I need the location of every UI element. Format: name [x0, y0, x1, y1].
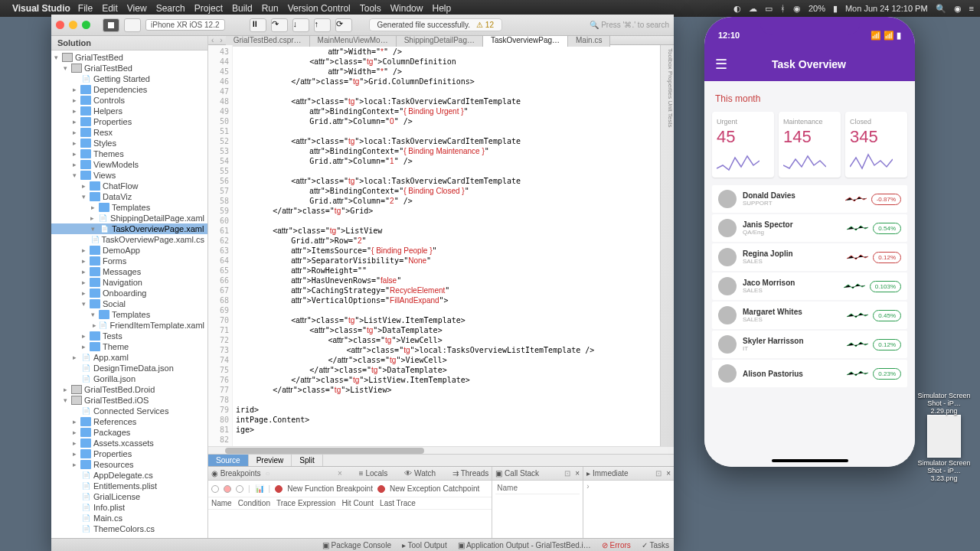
bp-toggle-icon[interactable] [211, 485, 219, 493]
breakpoints-pad-title[interactable]: ◉ Breakpoints [211, 469, 261, 478]
menu-window[interactable]: Window [390, 3, 423, 14]
tree-item[interactable]: ▸Theme [51, 341, 207, 352]
pin-icon[interactable]: ⊡ [655, 469, 662, 478]
watch-pad-title[interactable]: 👁 Watch [404, 469, 436, 478]
tree-item[interactable]: ▸Templates [51, 202, 207, 213]
person-row[interactable]: Regina JoplinSALES 0.12% [712, 243, 907, 271]
tree-item[interactable]: ▸Tests [51, 331, 207, 341]
close-icon[interactable]: × [666, 469, 671, 478]
tree-item[interactable]: ▾Social [51, 298, 207, 309]
run-target-select[interactable]: iPhone XR iOS 12.2 [145, 19, 225, 31]
close-window-button[interactable] [56, 21, 64, 29]
tree-item[interactable]: 📄Getting Started [51, 73, 207, 84]
minimize-window-button[interactable] [69, 21, 77, 29]
tree-item[interactable]: ▸DemoApp [51, 245, 207, 256]
do-not-disturb-icon[interactable]: ◐ [733, 4, 741, 14]
tree-item[interactable]: ▸Forms [51, 256, 207, 266]
pause-button[interactable]: ⏸ [250, 18, 266, 32]
tree-item[interactable]: ▾GrialTestBed.iOS [51, 395, 207, 406]
new-func-breakpoint[interactable]: New Function Breakpoint [287, 484, 373, 493]
menu-build[interactable]: Build [232, 3, 253, 14]
stat-card[interactable]: Urgent45 [712, 112, 774, 178]
callstack-pad-title[interactable]: ▣ Call Stack [495, 469, 539, 478]
close-icon[interactable]: × [338, 469, 342, 478]
tree-item[interactable]: ▸ChatFlow [51, 181, 207, 191]
person-row[interactable]: Alison Pastorius 0.23% [712, 360, 907, 387]
tree-item[interactable]: ▸Helpers [51, 106, 207, 116]
new-exception-catchpoint[interactable]: New Exception Catchpoint [390, 484, 479, 493]
code-editor[interactable]: 43 44 45 46 47 48 49 50 51 52 53 54 55 5… [208, 45, 660, 446]
tree-item[interactable]: 📄Info.plist [51, 502, 207, 513]
bp-disable-icon[interactable] [236, 485, 243, 493]
tree-item[interactable]: ▸Packages [51, 427, 207, 438]
threads-pad-title[interactable]: ⇉ Threads [452, 469, 488, 478]
tree-item[interactable]: 📄TaskOverviewPage.xaml.cs [51, 234, 207, 245]
viewmode-preview[interactable]: Preview [249, 455, 292, 466]
tab-nav-back[interactable]: ‹ [208, 36, 217, 44]
tree-item[interactable]: ▸📄ShippingDetailPage.xaml [51, 213, 207, 223]
tree-item[interactable]: ▸ViewModels [51, 159, 207, 170]
step-out-button[interactable]: ↑ [314, 18, 331, 32]
person-row[interactable]: Janis SpectorQA/Eng 0.54% [712, 214, 907, 242]
tree-item[interactable]: ▾GrialTestBed [51, 63, 207, 73]
menu-project[interactable]: Project [194, 3, 223, 14]
person-row[interactable]: Skyler HarrissonIT 0.12% [712, 331, 907, 358]
person-row[interactable]: Margaret WhitesSALES 0.45% [712, 302, 907, 329]
tree-item[interactable]: ▸📄FriendItemTemplate.xaml [51, 320, 207, 331]
displays-icon[interactable]: ▭ [765, 4, 773, 14]
notification-center-icon[interactable]: ≡ [969, 4, 974, 13]
immediate-pad-title[interactable]: ▸ Immediate [586, 469, 628, 478]
status-errors[interactable]: ⊘ Errors [602, 541, 631, 549]
desktop-screenshot-file[interactable]: Simulator ScreenShot - iP…2.29.png Simul… [917, 392, 971, 482]
tree-item[interactable]: 📄GrialLicense [51, 491, 207, 502]
toolbox-tab[interactable]: Toolbox Properties Unit Tests [660, 45, 674, 446]
tree-item[interactable]: ▸📄App.xaml [51, 352, 207, 363]
tree-item[interactable]: 📄Main.cs [51, 513, 207, 523]
menu-search[interactable]: Search [156, 3, 185, 14]
menu-help[interactable]: Help [432, 3, 451, 14]
tree-item[interactable]: 📄Entitlements.plist [51, 481, 207, 491]
tree-item[interactable]: ▾Templates [51, 309, 207, 320]
status-tasks[interactable]: ✓ Tasks [642, 541, 669, 549]
run-button[interactable] [103, 18, 119, 32]
close-icon[interactable]: × [575, 469, 580, 478]
clock[interactable]: Mon Jun 24 12:10 PM [845, 4, 928, 13]
menu-view[interactable]: View [127, 3, 147, 14]
step-into-button[interactable]: ↓ [292, 18, 309, 32]
stat-card[interactable]: Closed345 [845, 112, 907, 178]
viewmode-source[interactable]: Source [208, 455, 249, 466]
tab-nav-forward[interactable]: › [217, 36, 225, 44]
person-row[interactable]: Jaco MorrisonSALES 0.103% [712, 272, 907, 300]
tree-item[interactable]: ▸Dependencies [51, 84, 207, 95]
bp-props-icon[interactable]: 📊 [255, 484, 264, 493]
person-row[interactable]: Donald DaviesSUPPORT -0.87% [712, 185, 907, 213]
tree-item[interactable]: ▸Onboarding [51, 288, 207, 298]
menu-file[interactable]: File [78, 3, 93, 14]
editor-hscroll[interactable] [208, 446, 674, 454]
tree-item[interactable]: ▾DataViz [51, 191, 207, 202]
tree-item[interactable]: ▸GrialTestBed.Droid [51, 384, 207, 395]
bp-delete-icon[interactable] [224, 485, 231, 493]
step-over-button[interactable]: ↷ [271, 18, 288, 32]
menu-edit[interactable]: Edit [102, 3, 118, 14]
tree-item[interactable]: ▸References [51, 416, 207, 427]
viewmode-split[interactable]: Split [292, 455, 322, 466]
zoom-window-button[interactable] [82, 21, 90, 29]
restart-button[interactable]: ⟳ [335, 18, 352, 32]
locals-pad-title[interactable]: ≡ Locals [359, 469, 388, 478]
tree-item[interactable]: ▸Messages [51, 266, 207, 277]
tree-item[interactable]: 📄ThemeColors.cs [51, 523, 207, 534]
battery-icon[interactable]: ▮ [833, 4, 838, 14]
global-search[interactable]: 🔍 Press '⌘.' to search [590, 21, 669, 29]
tree-item[interactable]: ▸Resx [51, 127, 207, 138]
tree-item[interactable]: ▸Themes [51, 148, 207, 159]
bluetooth-icon[interactable]: ᚼ [780, 4, 786, 13]
tree-item[interactable]: ▸Resources [51, 459, 207, 470]
pin-icon[interactable]: ⊡ [564, 469, 570, 478]
tree-item[interactable]: ▾Views [51, 170, 207, 181]
tree-item[interactable]: ▸Properties [51, 448, 207, 459]
tree-item[interactable]: ▸Properties [51, 116, 207, 127]
app-name[interactable]: Visual Studio [12, 3, 70, 14]
tree-item[interactable]: ▸Styles [51, 138, 207, 148]
home-indicator[interactable] [772, 459, 848, 462]
